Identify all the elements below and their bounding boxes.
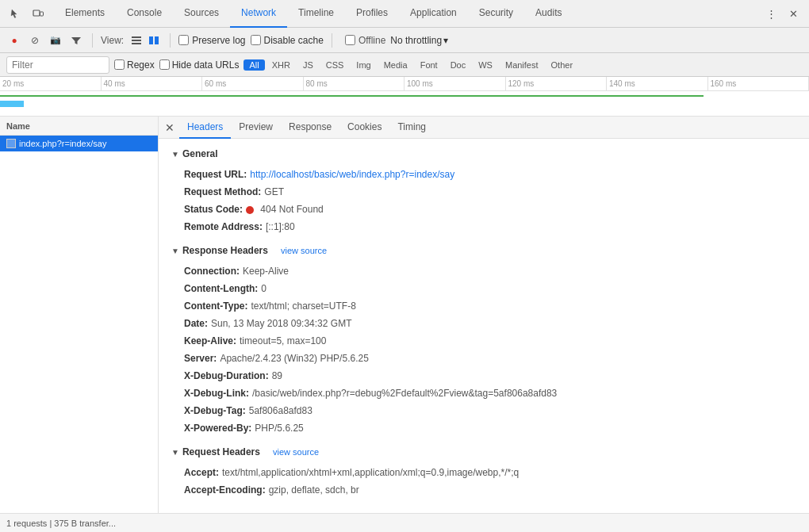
device-toggle-icon[interactable] bbox=[29, 4, 48, 23]
regex-checkbox[interactable]: Regex bbox=[114, 59, 155, 71]
tab-item-timeline[interactable]: Timeline bbox=[287, 0, 345, 28]
detail-tabs: ✕ HeadersPreviewResponseCookiesTiming bbox=[159, 117, 809, 139]
screenshot-button[interactable]: 📷 bbox=[48, 33, 63, 48]
separator-2 bbox=[170, 33, 171, 48]
response-header-value: PHP/5.6.25 bbox=[255, 421, 303, 435]
status-code-row: Status Code: 404 Not Found bbox=[159, 201, 809, 218]
status-code-key: Status Code: bbox=[184, 202, 243, 216]
filter-type-manifest[interactable]: Manifest bbox=[500, 59, 544, 71]
svg-rect-6 bbox=[155, 36, 159, 44]
filter-type-css[interactable]: CSS bbox=[320, 59, 350, 71]
filter-type-img[interactable]: Img bbox=[351, 59, 376, 71]
more-options-icon[interactable]: ⋮ bbox=[761, 4, 780, 23]
offline-checkbox[interactable]: Offline bbox=[345, 35, 385, 46]
response-header-value: Sun, 13 May 2018 09:34:32 GMT bbox=[211, 316, 351, 331]
response-headers-section-header[interactable]: ▼ Response Headers view source bbox=[159, 242, 809, 259]
response-header-row: X-Powered-By:PHP/5.6.25 bbox=[159, 419, 809, 437]
response-headers-section-content: Connection:Keep-AliveContent-Length:0Con… bbox=[159, 259, 809, 443]
view-label: View: bbox=[101, 35, 124, 46]
timeline-blue-line bbox=[0, 101, 24, 107]
response-header-key: Server: bbox=[184, 351, 217, 366]
detail-tab-headers[interactable]: Headers bbox=[179, 117, 231, 139]
throttle-dropdown[interactable]: No throttling ▾ bbox=[390, 35, 448, 46]
preserve-log-checkbox[interactable]: Preserve log bbox=[178, 35, 245, 46]
tab-item-console[interactable]: Console bbox=[116, 0, 173, 28]
tab-item-application[interactable]: Application bbox=[399, 0, 468, 28]
list-view-icon[interactable] bbox=[128, 33, 144, 48]
remote-address-row: Remote Address: [::1]:80 bbox=[159, 218, 809, 235]
response-header-key: Keep-Alive: bbox=[184, 334, 236, 348]
stop-recording-button[interactable]: ⊘ bbox=[27, 33, 43, 48]
filter-type-ws[interactable]: WS bbox=[473, 59, 498, 71]
timeline-ruler: 20 ms40 ms60 ms80 ms100 ms120 ms140 ms16… bbox=[0, 77, 809, 91]
main-tabs: ElementsConsoleSourcesNetworkTimelinePro… bbox=[54, 0, 573, 28]
filter-input[interactable] bbox=[6, 56, 109, 74]
response-header-value: 0 bbox=[261, 281, 266, 296]
ruler-tick: 140 ms bbox=[607, 77, 708, 90]
filter-icon[interactable] bbox=[68, 33, 84, 48]
request-row[interactable]: index.php?r=index/say bbox=[0, 136, 158, 151]
filter-type-all[interactable]: All bbox=[243, 59, 264, 71]
ruler-tick: 120 ms bbox=[506, 77, 608, 90]
response-header-key: Content-Type: bbox=[184, 299, 247, 313]
tab-item-network[interactable]: Network bbox=[230, 0, 287, 28]
close-devtools-icon[interactable]: ✕ bbox=[784, 4, 803, 23]
tab-item-elements[interactable]: Elements bbox=[54, 0, 116, 28]
svg-rect-5 bbox=[149, 36, 153, 44]
request-url-key: Request URL: bbox=[184, 167, 247, 182]
ruler-tick: 100 ms bbox=[404, 77, 506, 90]
filter-type-doc[interactable]: Doc bbox=[445, 59, 472, 71]
request-headers-arrow-icon: ▼ bbox=[171, 448, 179, 457]
filter-type-other[interactable]: Other bbox=[546, 59, 579, 71]
status-text: 1 requests | 375 B transfer... bbox=[6, 519, 116, 528]
disable-cache-checkbox[interactable]: Disable cache bbox=[251, 35, 324, 46]
ruler-tick: 40 ms bbox=[102, 77, 203, 90]
tab-item-sources[interactable]: Sources bbox=[173, 0, 230, 28]
filter-type-font[interactable]: Font bbox=[415, 59, 443, 71]
filter-type-xhr[interactable]: XHR bbox=[266, 59, 296, 71]
tab-item-audits[interactable]: Audits bbox=[524, 0, 573, 28]
detail-view-icon[interactable] bbox=[146, 33, 162, 48]
response-header-value: timeout=5, max=100 bbox=[240, 334, 326, 348]
detail-panel: ✕ HeadersPreviewResponseCookiesTiming ▼ … bbox=[159, 117, 809, 513]
tab-bar: ElementsConsoleSourcesNetworkTimelinePro… bbox=[0, 0, 809, 28]
detail-tab-cookies[interactable]: Cookies bbox=[339, 117, 389, 139]
svg-rect-1 bbox=[40, 12, 44, 16]
tab-item-security[interactable]: Security bbox=[468, 0, 524, 28]
detail-tab-response[interactable]: Response bbox=[281, 117, 339, 139]
timeline-area: 20 ms40 ms60 ms80 ms100 ms120 ms140 ms16… bbox=[0, 77, 809, 117]
tab-item-profiles[interactable]: Profiles bbox=[345, 0, 399, 28]
close-detail-icon[interactable]: ✕ bbox=[162, 120, 178, 136]
filter-type-js[interactable]: JS bbox=[297, 59, 319, 71]
detail-tab-preview[interactable]: Preview bbox=[231, 117, 281, 139]
general-section-header[interactable]: ▼ General bbox=[159, 145, 809, 163]
select-element-icon[interactable] bbox=[6, 4, 25, 23]
network-toolbar: ● ⊘ 📷 View: Preserve log Disable cache O… bbox=[0, 28, 809, 53]
status-bar: 1 requests | 375 B transfer... bbox=[0, 513, 809, 532]
response-header-row: Date:Sun, 13 May 2018 09:34:32 GMT bbox=[159, 315, 809, 332]
request-name: index.php?r=index/say bbox=[19, 139, 106, 148]
detail-tab-timing[interactable]: Timing bbox=[389, 117, 434, 139]
response-header-key: Connection: bbox=[184, 264, 240, 278]
response-header-key: X-Debug-Link: bbox=[184, 386, 249, 400]
svg-rect-4 bbox=[132, 43, 141, 44]
timeline-network-lines bbox=[0, 91, 809, 117]
response-header-value: Keep-Alive bbox=[243, 264, 289, 278]
response-headers-view-source[interactable]: view source bbox=[281, 246, 327, 255]
request-method-row: Request Method: GET bbox=[159, 183, 809, 201]
response-headers-arrow-icon: ▼ bbox=[171, 247, 179, 255]
remote-address-value: [::1]:80 bbox=[266, 220, 295, 234]
request-headers-view-source[interactable]: view source bbox=[273, 447, 319, 457]
detail-content: ▼ General Request URL: http://localhost/… bbox=[159, 139, 809, 513]
requests-panel: Name index.php?r=index/say bbox=[0, 117, 159, 513]
request-headers-section-header[interactable]: ▼ Request Headers view source bbox=[159, 443, 809, 461]
record-button[interactable]: ● bbox=[6, 33, 22, 48]
request-header-row: Accept:text/html,application/xhtml+xml,a… bbox=[159, 464, 809, 481]
filter-type-media[interactable]: Media bbox=[378, 59, 413, 71]
response-header-key: Content-Length: bbox=[184, 281, 258, 296]
general-arrow-icon: ▼ bbox=[171, 150, 179, 159]
separator-3 bbox=[332, 33, 332, 48]
response-header-value: 89 bbox=[272, 369, 282, 383]
hide-data-urls-checkbox[interactable]: Hide data URLs bbox=[159, 59, 240, 71]
filter-bar: Regex Hide data URLs AllXHRJSCSSImgMedia… bbox=[0, 53, 809, 77]
